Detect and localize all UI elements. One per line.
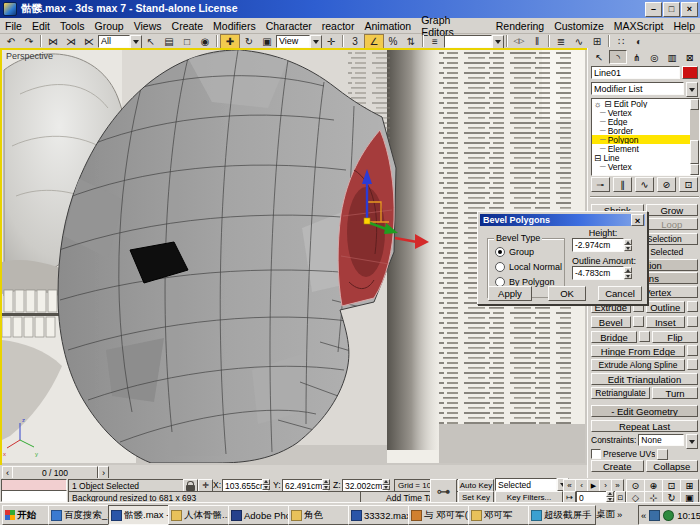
bind-spacewarp-icon[interactable]: ⋉ <box>80 35 98 48</box>
align-icon[interactable]: ‖ <box>528 35 546 48</box>
key-mode-dropdown[interactable]: Selected <box>495 479 569 490</box>
taskbar-item-chat[interactable]: 与 邓可军(... <box>408 505 472 525</box>
hierarchy-tab[interactable]: ⋔ <box>628 50 645 64</box>
modify-tab[interactable]: ◝ <box>609 50 628 64</box>
menu-tools[interactable]: Tools <box>55 19 90 33</box>
remove-modifier-icon[interactable]: ⊘ <box>657 177 676 192</box>
radio-group[interactable]: Group <box>495 247 534 257</box>
ok-button[interactable]: OK <box>548 286 586 301</box>
title-bar[interactable]: 骷髅.max - 3ds max 7 - Stand-alone License… <box>0 0 700 18</box>
time-slider-track[interactable]: ‹ 0 / 100 › <box>0 465 587 478</box>
z-spinner[interactable] <box>382 479 390 490</box>
taskbar-item-baidu[interactable]: 百度搜索_... <box>48 505 112 525</box>
redo-icon[interactable]: ↷ <box>20 35 38 48</box>
bevel-polygons-dialog[interactable]: Bevel Polygons × Bevel Type Group Local … <box>477 211 648 305</box>
menu-character[interactable]: Character <box>261 19 317 33</box>
stack-item-edge[interactable]: ─Edge <box>592 117 690 126</box>
outline-button[interactable]: Outline <box>646 301 686 313</box>
menu-rendering[interactable]: Rendering <box>491 19 549 33</box>
menu-customize[interactable]: Customize <box>549 19 609 33</box>
tray-chevron-icon[interactable]: « <box>641 510 646 521</box>
outline-spinner[interactable] <box>624 267 632 279</box>
unlink-icon[interactable]: ⋊ <box>62 35 80 48</box>
menu-reactor[interactable]: reactor <box>317 19 360 33</box>
object-color-swatch[interactable] <box>682 66 698 79</box>
hinge-settings-button[interactable] <box>687 345 698 356</box>
flip-button[interactable]: Flip <box>652 331 698 343</box>
pin-stack-icon[interactable]: ⊸ <box>591 177 610 192</box>
stack-scrollbar[interactable] <box>690 99 699 175</box>
select-object-icon[interactable]: ↖ <box>142 35 160 48</box>
spinner-snap-icon[interactable]: ⇅ <box>402 35 420 48</box>
inset-button[interactable]: Inset <box>646 316 686 328</box>
preserve-uvs-settings-button[interactable] <box>657 449 668 460</box>
stack-item-editpoly[interactable]: ☼ ⊟ Edit Poly <box>592 99 690 108</box>
utilities-tab[interactable]: ⊠ <box>681 50 698 64</box>
outline-settings-button[interactable] <box>687 301 698 312</box>
snap-toggle-icon[interactable]: 3 <box>346 35 364 48</box>
menu-animation[interactable]: Animation <box>359 19 416 33</box>
object-name-field[interactable]: Line01 <box>591 66 680 79</box>
close-button[interactable]: × <box>681 2 698 17</box>
inset-settings-button[interactable] <box>687 316 698 327</box>
display-tab[interactable]: ▥ <box>664 50 681 64</box>
tray-icon-2[interactable] <box>663 510 674 521</box>
taskbar-item-screencap[interactable]: 超级截屏手 <box>528 505 596 525</box>
repeat-last-button[interactable]: Repeat Last <box>591 420 698 432</box>
expand-icon[interactable]: ⊟ <box>594 153 601 162</box>
material-editor-icon[interactable]: ∷ <box>612 35 630 48</box>
expand-icon[interactable]: ⊟ <box>604 99 611 108</box>
menu-group[interactable]: Group <box>90 19 129 33</box>
undo-icon[interactable]: ↶ <box>2 35 20 48</box>
menu-help[interactable]: Help <box>668 19 700 33</box>
bevel-settings-button[interactable] <box>633 316 644 327</box>
grow-button[interactable]: Grow <box>646 204 699 216</box>
angle-snap-icon[interactable]: ∠ <box>364 34 384 49</box>
ref-coord-dropdown[interactable]: View <box>276 35 322 48</box>
viewport-label[interactable]: Perspective <box>6 51 53 61</box>
named-sets-icon[interactable]: ≡ <box>426 35 444 48</box>
radio-icon[interactable] <box>495 262 505 272</box>
taskbar-item-photoshop[interactable]: Adobe Pho... <box>228 505 292 525</box>
menu-edit[interactable]: Edit <box>27 19 55 33</box>
create-button[interactable]: Create <box>591 460 644 472</box>
stack-item-line[interactable]: ⊟ Line <box>592 153 690 162</box>
rotate-icon[interactable]: ↻ <box>240 35 258 48</box>
edit-triangulation-button[interactable]: Edit Triangulation <box>591 373 698 385</box>
configure-stack-icon[interactable]: ⊡ <box>679 177 698 192</box>
taskbar-item-skeleton[interactable]: 人体骨骼... <box>168 505 232 525</box>
hinge-from-edge-button[interactable]: Hinge From Edge <box>591 345 685 357</box>
render-setup-icon[interactable]: ◐ <box>630 35 648 48</box>
percent-snap-icon[interactable]: % <box>384 35 402 48</box>
scale-icon[interactable]: ▣ <box>258 35 276 48</box>
menu-create[interactable]: Create <box>167 19 209 33</box>
taskbar-item-folder[interactable]: 邓可军 <box>468 505 532 525</box>
frame-spinner[interactable] <box>606 491 614 502</box>
chevron-right-icon[interactable]: » <box>617 509 622 520</box>
radio-icon[interactable] <box>495 247 505 257</box>
menu-maxscript[interactable]: MAXScript <box>609 19 669 33</box>
menu-file[interactable]: File <box>0 19 27 33</box>
outline-amount-field[interactable]: -4.783cm <box>572 266 624 280</box>
select-by-name-icon[interactable]: ▤ <box>160 35 178 48</box>
select-link-icon[interactable]: ⋈ <box>44 35 62 48</box>
crossing-icon[interactable]: ◉ <box>196 35 214 48</box>
extrude-spline-settings-button[interactable] <box>687 359 698 370</box>
taskbar-item-max-active[interactable]: 骷髅.max -... <box>108 505 172 525</box>
y-spinner[interactable] <box>322 479 330 490</box>
curve-editor-icon[interactable]: ∿ <box>570 35 588 48</box>
bulb-icon[interactable]: ☼ <box>594 99 602 108</box>
stack-item-element[interactable]: ─Element <box>592 144 690 153</box>
dropdown-arrow-icon[interactable] <box>686 434 698 449</box>
loop-button[interactable]: Loop <box>646 218 699 230</box>
radio-local-normal[interactable]: Local Normal <box>495 262 562 272</box>
make-unique-icon[interactable]: ∿ <box>635 177 654 192</box>
modifier-list-dropdown[interactable]: Modifier List <box>591 82 698 95</box>
taskbar-item-role-folder[interactable]: 角色 <box>288 505 352 525</box>
taskbar-item-33332max[interactable]: 33332.max... <box>348 505 412 525</box>
minimize-button[interactable]: – <box>645 2 662 17</box>
layer-manager-icon[interactable]: ≣ <box>552 35 570 48</box>
stack-item-border[interactable]: ─Border <box>592 126 690 135</box>
cancel-button[interactable]: Cancel <box>598 286 642 301</box>
create-tab[interactable]: ↖ <box>591 50 608 64</box>
